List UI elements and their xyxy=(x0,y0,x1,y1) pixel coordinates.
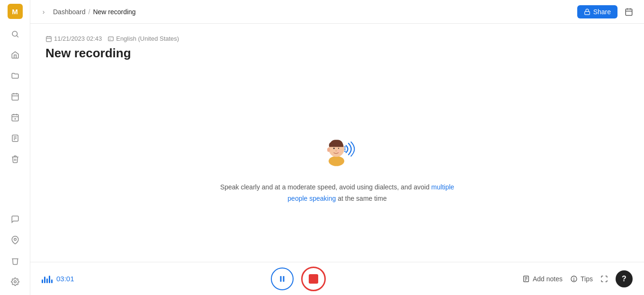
meta-date-text: 11/21/2023 02:43 xyxy=(54,35,102,42)
svg-rect-6 xyxy=(12,115,18,121)
help-button[interactable]: ? xyxy=(616,270,633,287)
sidebar-item-home[interactable] xyxy=(6,45,25,64)
breadcrumb: Dashboard / New recording xyxy=(53,8,136,16)
sidebar-item-trash[interactable] xyxy=(6,150,25,169)
svg-point-28 xyxy=(329,156,344,166)
lock-icon xyxy=(584,9,590,15)
svg-rect-39 xyxy=(283,276,284,282)
meta-language-text: English (United States) xyxy=(116,35,179,42)
svg-rect-22 xyxy=(46,36,52,42)
svg-line-1 xyxy=(17,36,18,37)
controls-center xyxy=(271,267,326,291)
svg-point-45 xyxy=(573,280,574,280)
header-left: › Dashboard / New recording xyxy=(38,6,136,18)
svg-point-34 xyxy=(344,146,346,147)
tip-normal-text: Speak clearly and at a moderate speed, a… xyxy=(220,183,431,191)
tips-icon xyxy=(570,275,578,283)
tips-button[interactable]: Tips xyxy=(570,275,593,283)
breadcrumb-dashboard[interactable]: Dashboard xyxy=(53,8,86,16)
sidebar-toggle[interactable]: › xyxy=(38,6,49,18)
breadcrumb-current: New recording xyxy=(93,8,135,16)
share-button[interactable]: Share xyxy=(577,5,617,18)
svg-rect-38 xyxy=(280,276,281,282)
meta-row: 11/21/2023 02:43 A English (United State… xyxy=(45,35,629,42)
svg-point-16 xyxy=(14,281,16,283)
stop-button[interactable] xyxy=(301,267,326,291)
add-notes-icon xyxy=(522,275,530,283)
sidebar: M xyxy=(0,0,30,295)
sidebar-item-chat[interactable] xyxy=(6,210,25,229)
page-title: New recording xyxy=(45,46,629,61)
content-area: 11/21/2023 02:43 A English (United State… xyxy=(30,24,644,262)
svg-point-10 xyxy=(15,118,16,119)
meta-date: 11/21/2023 02:43 xyxy=(45,35,102,42)
sidebar-item-calendar[interactable] xyxy=(6,87,25,106)
svg-point-32 xyxy=(335,150,337,151)
svg-rect-18 xyxy=(626,9,632,16)
svg-point-37 xyxy=(338,148,339,149)
svg-rect-17 xyxy=(584,11,590,14)
avatar[interactable]: M xyxy=(8,4,23,19)
tip-end-text: at the same time xyxy=(336,195,386,202)
header: › Dashboard / New recording Share xyxy=(30,0,644,24)
sidebar-item-notes[interactable] xyxy=(6,129,25,148)
recording-illustration xyxy=(309,118,366,170)
add-notes-label: Add notes xyxy=(533,275,563,283)
pause-icon xyxy=(278,275,286,283)
bottom-bar: 03:01 Add notes xyxy=(30,262,644,295)
svg-rect-26 xyxy=(108,36,114,40)
language-icon: A xyxy=(107,36,114,42)
date-icon xyxy=(45,36,52,42)
sidebar-bottom xyxy=(6,210,25,291)
timer-waves xyxy=(42,275,53,283)
expand-icon xyxy=(600,275,608,283)
tips-label: Tips xyxy=(581,275,593,283)
stop-icon xyxy=(309,274,318,284)
tip-text: Speak clearly and at a moderate speed, a… xyxy=(214,182,460,205)
main-area: › Dashboard / New recording Share xyxy=(30,0,644,295)
header-menu-icon[interactable] xyxy=(621,4,636,19)
header-right: Share xyxy=(577,4,636,19)
illustration-area: Speak clearly and at a moderate speed, a… xyxy=(45,72,629,250)
sidebar-item-folder[interactable] xyxy=(6,66,25,85)
svg-point-36 xyxy=(344,150,346,152)
svg-rect-2 xyxy=(12,94,18,100)
svg-point-31 xyxy=(333,147,335,149)
svg-point-30 xyxy=(327,147,330,152)
pause-button[interactable] xyxy=(271,268,294,290)
add-notes-button[interactable]: Add notes xyxy=(522,275,563,283)
sidebar-item-calendar2[interactable] xyxy=(6,108,25,127)
svg-text:A: A xyxy=(109,38,111,40)
svg-point-15 xyxy=(14,238,16,241)
svg-point-35 xyxy=(344,148,346,150)
sidebar-item-search[interactable] xyxy=(6,25,25,44)
meta-language: A English (United States) xyxy=(107,35,179,42)
sidebar-item-settings[interactable] xyxy=(6,272,25,291)
sidebar-item-delete[interactable] xyxy=(6,251,25,270)
timer-value: 03:01 xyxy=(56,275,74,283)
timer-display: 03:01 xyxy=(42,275,74,283)
controls-right: Add notes Tips ? xyxy=(522,270,633,287)
breadcrumb-separator: / xyxy=(89,8,90,16)
svg-point-0 xyxy=(12,31,18,36)
expand-button[interactable] xyxy=(600,275,608,283)
svg-point-33 xyxy=(338,150,340,152)
sidebar-item-location[interactable] xyxy=(6,231,25,250)
share-label: Share xyxy=(593,8,611,16)
